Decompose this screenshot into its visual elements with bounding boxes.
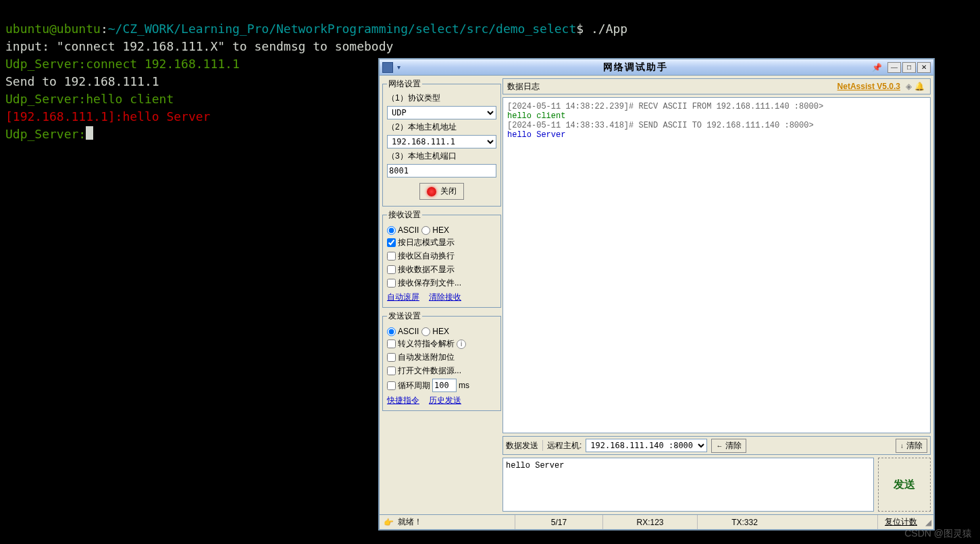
port-input[interactable] [387, 164, 496, 178]
group-send-settings: 发送设置 ASCII HEX 转义符指令解析 i 自动发送附加位 打开文件数据源… [382, 310, 501, 411]
send-append-check[interactable]: 自动发送附加位 [387, 352, 496, 363]
send-button[interactable]: 发送 [878, 458, 931, 512]
status-bar: 👉就绪！ 5/17 RX:123 TX:332 复位计数 ◢ [380, 514, 933, 529]
log-header-label: 数据日志 [507, 81, 540, 92]
log-line: [2024-05-11 14:38:33.418]# SEND ASCII TO… [507, 121, 926, 130]
window-title: 网络调试助手 [405, 61, 866, 74]
host-select[interactable]: 192.168.111.1 [387, 135, 496, 148]
group-title: 接收设置 [387, 209, 422, 221]
remote-host-select[interactable]: 192.168.111.140 :8000 [586, 439, 707, 452]
send-hex-radio[interactable]: HEX [421, 327, 449, 336]
clear-send-button[interactable]: ↓清除 [896, 439, 927, 453]
term-line: Send to 192.168.111.1 [5, 74, 159, 88]
autoscroll-link[interactable]: 自动滚屏 [387, 292, 419, 303]
remote-host-label: 远程主机: [547, 440, 582, 452]
recv-hide-check[interactable]: 接收数据不显示 [387, 264, 496, 275]
prompt-path: ~/CZ_WORK/Learning_Pro/NetworkProgrammin… [108, 22, 577, 36]
send-escape-check[interactable]: 转义符指令解析 i [387, 338, 496, 350]
brand-link[interactable]: NetAssist V5.0.3 [837, 82, 900, 91]
log-header-bar: 数据日志 NetAssist V5.0.3 ◈ 🔔 [502, 78, 931, 94]
record-icon [427, 187, 436, 196]
quickcmd-link[interactable]: 快捷指令 [387, 395, 419, 406]
group-title: 发送设置 [387, 310, 422, 322]
log-line: hello Server [507, 130, 926, 140]
cursor [86, 126, 93, 140]
term-line: Udp_Server:connect 192.168.111.1 [5, 57, 240, 71]
prompt-user: ubuntu@ubuntu [5, 22, 101, 36]
term-line: Udp_Server: [5, 127, 86, 141]
command: ./App [591, 22, 627, 36]
send-textarea[interactable]: hello Server [502, 458, 874, 512]
sysmenu-dropdown-icon[interactable]: ▾ [397, 63, 401, 71]
term-line-prefix: [192.168.111.1]: [5, 109, 122, 124]
recv-hex-radio[interactable]: HEX [421, 225, 449, 235]
resize-grip-icon[interactable]: ◢ [923, 518, 933, 527]
netassist-window: ▾ 网络调试助手 📌 — □ ✕ 网络设置 （1）协议类型 UDP （2）本地主… [378, 58, 935, 531]
proto-label: （1）协议类型 [387, 92, 496, 104]
send-ascii-radio[interactable]: ASCII [387, 327, 419, 336]
watermark: CSDN @图灵猿 [904, 528, 972, 540]
status-ready: 👉就绪！ [380, 515, 429, 529]
clear-remote-button[interactable]: ←清除 [711, 439, 746, 453]
host-label: （2）本地主机地址 [387, 121, 496, 133]
group-network-settings: 网络设置 （1）协议类型 UDP （2）本地主机地址 192.168.111.1… [382, 78, 501, 207]
group-recv-settings: 接收设置 ASCII HEX 按日志模式显示 接收区自动换行 接收数据不显示 接… [382, 209, 501, 308]
send-filesrc-check[interactable]: 打开文件数据源... [387, 365, 496, 377]
bell-icon[interactable]: 🔔 [914, 82, 925, 91]
recv-wrap-check[interactable]: 接收区自动换行 [387, 250, 496, 262]
loop-interval-input[interactable] [432, 379, 457, 392]
arrow-left-icon: ← [716, 442, 723, 450]
arrow-down-icon: ↓ [900, 442, 904, 450]
send-loop-check[interactable]: 循环周期 ms [387, 379, 496, 392]
term-line-msg: hello Server [122, 109, 210, 124]
send-tab-label: 数据发送 [506, 440, 538, 452]
clear-recv-link[interactable]: 清除接收 [429, 292, 461, 303]
log-area[interactable]: [2024-05-11 14:38:22.239]# RECV ASCII FR… [502, 97, 931, 433]
close-btn-label: 关闭 [440, 186, 457, 197]
close-connection-button[interactable]: 关闭 [419, 183, 464, 200]
status-ratio: 5/17 [515, 515, 602, 529]
reset-counter-link[interactable]: 复位计数 [877, 515, 923, 529]
app-icon[interactable] [382, 62, 393, 73]
group-title: 网络设置 [387, 78, 422, 90]
diamond-icon[interactable]: ◈ [906, 82, 912, 91]
info-icon[interactable]: i [457, 339, 466, 349]
term-line: input: "connect 192.168.111.X" to sendms… [5, 39, 393, 53]
history-link[interactable]: 历史发送 [429, 395, 461, 406]
term-line: Udp_Server:hello client [5, 92, 174, 106]
recv-savefile-check[interactable]: 接收保存到文件... [387, 277, 496, 289]
send-bar: 数据发送 远程主机: 192.168.111.140 :8000 ←清除 ↓清除 [502, 436, 931, 455]
close-button[interactable]: ✕ [917, 62, 931, 73]
maximize-button[interactable]: □ [902, 62, 916, 73]
status-tx: TX:332 [697, 515, 792, 529]
recv-logmode-check[interactable]: 按日志模式显示 [387, 237, 496, 248]
proto-select[interactable]: UDP [387, 106, 496, 119]
log-line: hello client [507, 111, 926, 121]
log-line: [2024-05-11 14:38:22.239]# RECV ASCII FR… [507, 102, 926, 111]
pin-icon[interactable]: 📌 [870, 63, 883, 72]
hand-icon: 👉 [384, 518, 394, 527]
titlebar[interactable]: ▾ 网络调试助手 📌 — □ ✕ [380, 59, 933, 76]
status-rx: RX:123 [602, 515, 697, 529]
recv-ascii-radio[interactable]: ASCII [387, 225, 419, 235]
minimize-button[interactable]: — [887, 62, 901, 73]
port-label: （3）本地主机端口 [387, 151, 496, 162]
